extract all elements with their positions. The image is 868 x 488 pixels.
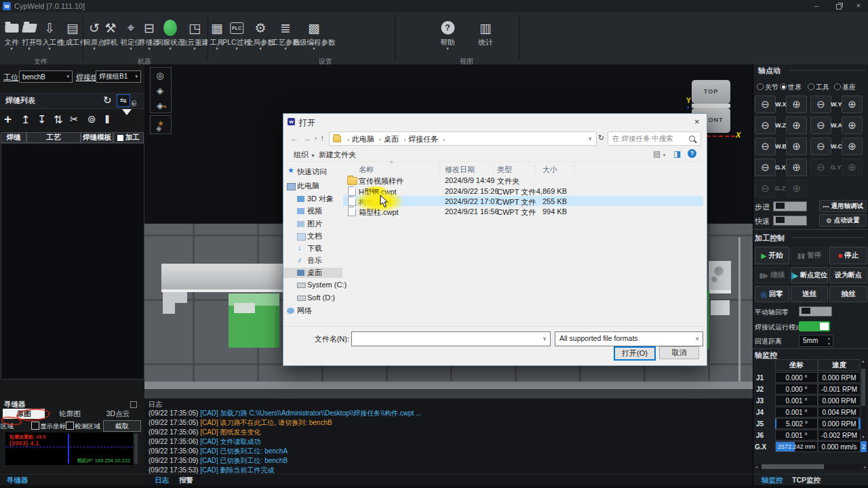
jog-mode-world-label[interactable]: 世界 [788, 83, 802, 92]
column-divider[interactable] [493, 164, 494, 173]
jog-plus-button[interactable]: ⊕ [786, 117, 807, 134]
sidebar-item-videos[interactable]: 视频 [307, 206, 322, 216]
column-header-type[interactable]: 类型 [497, 165, 512, 175]
chevron-down-icon[interactable]: ∨ [542, 336, 547, 342]
wire-feed-button[interactable]: 送丝 [791, 286, 828, 302]
tab-axis-monitor[interactable]: 轴监控 [762, 476, 783, 485]
tab-3d-pointcloud[interactable]: 3D点云 [95, 409, 141, 419]
jog-plus-button[interactable]: ⊕ [786, 138, 807, 155]
weld-group-dropdown[interactable]: 焊接组B1▾ [96, 70, 141, 83]
param-sliders-icon[interactable]: ||| [105, 114, 108, 123]
ribbon-home-origin-button[interactable]: ↺ 回原点▾ [83, 18, 105, 52]
breadcrumb-desktop[interactable]: 桌面 [384, 135, 399, 143]
search-box[interactable]: 在 焊接任务 中搜索 [608, 131, 701, 146]
wire-retract-button[interactable]: 抽丝 [829, 286, 867, 302]
nut-settings-icon[interactable]: ⊚ [87, 113, 96, 125]
move-top-icon[interactable]: ↥ [21, 113, 30, 126]
column-divider[interactable] [574, 164, 574, 173]
jog-plus-button[interactable]: ⊕ [786, 96, 807, 113]
station-dropdown[interactable]: benchB▾ [19, 70, 73, 83]
filename-input[interactable]: ∨ [351, 331, 551, 346]
file-row-name[interactable]: 宣传视频样件 [359, 176, 403, 186]
ribbon-help-button[interactable]: ? 帮助▾ [441, 18, 455, 52]
jog-minus-button[interactable]: ⊖ [810, 138, 831, 155]
scroll-thumb[interactable] [861, 369, 865, 406]
minimize-button[interactable]: – [807, 0, 826, 12]
search-icon[interactable] [689, 136, 695, 142]
open-button[interactable]: 打开(O) [614, 346, 656, 361]
stop-button[interactable]: ■停止 [829, 247, 867, 264]
monitor-horizontal-scrollbar[interactable]: ◂ ▸ [755, 464, 867, 470]
sidebar-item-3d-objects[interactable]: 3D 对象 [307, 194, 334, 204]
organize-menu[interactable]: 组织 ▼ [294, 150, 315, 160]
jog-settings-button[interactable]: ⚙ 点动设置 [819, 214, 867, 226]
tab-contour-image[interactable]: 轮廓图 [47, 409, 92, 419]
jog-minus-button[interactable]: ⊖ [810, 117, 831, 134]
breadcrumb-weld-tasks[interactable]: 焊接任务 [408, 135, 438, 143]
play-seams-icon[interactable]: ▶ [132, 96, 136, 108]
column-header-process[interactable]: 工艺 [26, 132, 81, 143]
fast-slider[interactable] [773, 216, 807, 226]
column-divider[interactable] [439, 164, 440, 173]
jog-mode-joint-label[interactable]: 关节 [765, 83, 778, 92]
file-type-dropdown[interactable]: All supported file formats ∨ [555, 331, 703, 346]
column-header-date[interactable]: 修改日期 [445, 165, 475, 175]
address-bar[interactable]: ›此电脑 ›桌面 ›焊接任务 › ∨ [329, 131, 597, 146]
refresh-icon[interactable]: ↻ [103, 94, 112, 106]
address-dropdown-icon[interactable]: ∨ [588, 136, 592, 142]
column-header-name[interactable]: 名称 [359, 165, 374, 175]
up-icon[interactable]: ↑ [320, 134, 324, 143]
jog-plus-button[interactable]: ⊕ [842, 138, 863, 155]
ribbon-advanced-params-button[interactable]: ▩ 高级编程参数▾ [293, 18, 336, 52]
jog-mode-tool-radio[interactable] [808, 83, 814, 90]
tab-tcp-monitor[interactable]: TCP监控 [792, 476, 821, 485]
jog-mode-joint-radio[interactable] [757, 83, 764, 90]
sidebar-item-quick-access[interactable]: 快速访问 [297, 167, 327, 177]
ribbon-statistics-button[interactable]: ▥ 统计 [479, 18, 493, 46]
step-slider[interactable] [773, 201, 807, 211]
jog-mode-base-label[interactable]: 基座 [842, 83, 856, 92]
jog-minus-button[interactable]: ⊖ [755, 117, 776, 134]
retract-distance-spinner[interactable]: 5mm ▲▼ [799, 335, 833, 347]
swap-order-icon[interactable]: ⇅ [54, 113, 62, 126]
seam-finder-bottom-tab[interactable]: 寻缝器 [7, 476, 28, 485]
restore-button[interactable] [829, 0, 848, 12]
jog-minus-button[interactable]: ⊖ [755, 159, 776, 176]
tab-alarm[interactable]: 报警 [179, 476, 193, 485]
view-cube-top-face[interactable]: TOP [692, 80, 730, 104]
add-seam-icon[interactable]: + [4, 112, 12, 127]
workpiece-view-icon[interactable]: ◈✶ [150, 99, 170, 113]
sidebar-item-downloads[interactable]: 下载 [307, 243, 322, 253]
sidebar-item-network[interactable]: 网络 [297, 306, 312, 316]
jog-plus-button[interactable]: ⊕ [842, 117, 863, 134]
scroll-up-icon[interactable]: ▲ [861, 359, 865, 363]
preview-pane-icon[interactable]: ◨ [673, 149, 681, 159]
seam-finder-scrollbar[interactable] [134, 434, 138, 464]
dryrun-toggle[interactable] [799, 321, 830, 331]
cube-view-icon[interactable]: ◈ [150, 84, 170, 98]
ribbon-global-params-button[interactable]: ⚙ 全局参数▾ [246, 18, 275, 52]
jog-plus-button[interactable]: ⊕ [786, 159, 807, 176]
scroll-thumb[interactable] [762, 464, 824, 469]
capture-button[interactable]: 截取 [103, 420, 141, 432]
jog-minus-button[interactable]: ⊖ [755, 138, 776, 155]
jog-mode-world-radio[interactable] [780, 83, 787, 90]
jog-mode-tool-label[interactable]: 工具 [816, 83, 829, 92]
filter-icon[interactable] [122, 115, 132, 127]
column-header-size[interactable]: 大小 [542, 165, 557, 175]
forward-icon[interactable]: → [303, 134, 311, 143]
dialog-close-icon[interactable]: × [694, 117, 700, 127]
show-coords-checkbox[interactable] [31, 422, 39, 430]
tab-log[interactable]: 日志 [155, 476, 169, 485]
start-button[interactable]: ▶开始 [755, 247, 789, 264]
scroll-down-icon[interactable]: ▼ [861, 435, 865, 439]
monitor-vertical-scrollbar[interactable]: ▲ ▼ [861, 359, 867, 439]
column-header-seam[interactable]: 焊缝 [1, 132, 26, 143]
jog-minus-button[interactable]: ⊖ [810, 96, 831, 113]
column-divider[interactable] [535, 164, 536, 173]
back-icon[interactable]: ← [290, 134, 298, 143]
dialog-help-icon[interactable]: ? [688, 149, 696, 158]
move-bottom-icon[interactable]: ↧ [37, 113, 46, 126]
ribbon-pointcloud-rebuild-button[interactable]: ◳ 点云重建▾ [180, 18, 209, 52]
home-button[interactable]: ◎回零 [755, 286, 789, 302]
